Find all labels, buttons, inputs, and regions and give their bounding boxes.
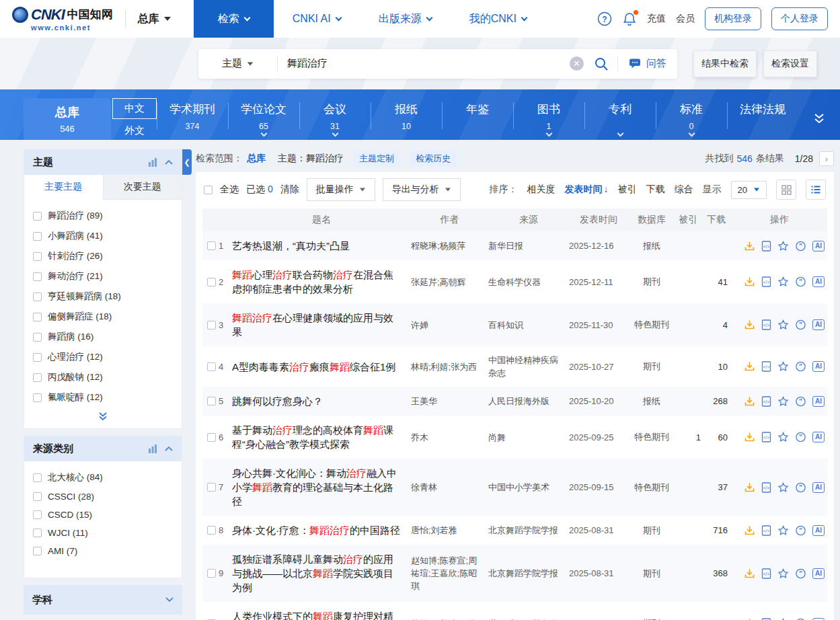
result-source[interactable]: 百科知识 <box>488 319 569 332</box>
ai-assistant-icon[interactable]: AI <box>812 276 825 287</box>
column-cited[interactable]: 被引 <box>675 214 701 226</box>
checkbox[interactable] <box>33 473 42 482</box>
result-source[interactable]: 人民日报海外版 <box>488 395 569 408</box>
row-checkbox[interactable] <box>207 569 216 578</box>
filter-checkbox-item[interactable]: CSCD (15) <box>33 506 173 524</box>
column-title[interactable]: 题名 <box>232 214 411 226</box>
database-tab[interactable]: 报纸 10 <box>371 98 442 136</box>
clear-search-icon[interactable]: ✕ <box>570 56 584 71</box>
nav-search[interactable]: 检索 <box>194 0 274 38</box>
clear-selection-button[interactable]: 清除 <box>280 184 299 196</box>
result-source[interactable]: 中国中小学美术 <box>488 481 569 494</box>
html-read-icon[interactable]: </> <box>761 361 771 372</box>
ai-assistant-icon[interactable]: AI <box>812 568 825 579</box>
row-checkbox[interactable] <box>207 483 216 492</box>
result-authors[interactable]: 许婵 <box>411 319 488 332</box>
org-login-button[interactable]: 机构登录 <box>705 7 761 30</box>
database-tab[interactable]: 法律法规 <box>727 98 798 136</box>
member-link[interactable]: 会员 <box>676 13 695 25</box>
result-title-link[interactable]: 基于舞动治疗理念的高校体育舞蹈课程“身心融合”教学模式探索 <box>232 423 411 451</box>
notification-bell-icon[interactable] <box>622 11 637 26</box>
favorite-star-icon[interactable] <box>777 319 789 330</box>
cite-quote-icon[interactable]: ” <box>795 276 806 287</box>
result-title-link[interactable]: 身心共舞·文化润心：舞动治疗融入中小学舞蹈教育的理论基础与本土化路径 <box>232 466 411 508</box>
result-title-link[interactable]: 人类作业模式下的舞蹈康复护理对精神分裂症患者睡眠质量的影响 <box>232 609 411 620</box>
sort-option[interactable]: 综合 <box>675 184 693 196</box>
download-icon[interactable] <box>744 568 755 579</box>
result-authors[interactable]: 张延芹;高朝辉 <box>411 276 488 288</box>
cite-quote-icon[interactable]: ” <box>795 319 806 330</box>
favorite-star-icon[interactable] <box>777 482 789 493</box>
sidebar-collapse-handle[interactable]: ❮ <box>182 149 192 175</box>
column-author[interactable]: 作者 <box>411 214 488 226</box>
filter-checkbox-item[interactable]: 针刺治疗 (26) <box>33 246 173 266</box>
checkbox[interactable] <box>33 510 42 519</box>
row-checkbox[interactable] <box>207 241 216 250</box>
checkbox[interactable] <box>33 529 42 537</box>
database-tab[interactable]: 图书 1 <box>513 98 584 136</box>
select-all-label[interactable]: 全选 <box>220 184 239 196</box>
source-category-header[interactable]: 来源类别 <box>24 436 182 461</box>
download-icon[interactable] <box>744 396 755 407</box>
ai-assistant-icon[interactable]: AI <box>812 482 825 493</box>
html-read-icon[interactable]: </> <box>761 525 771 536</box>
tab-zongku[interactable]: 总库 546 <box>24 98 111 140</box>
result-source[interactable]: 北京舞蹈学院学报 <box>488 524 569 537</box>
sort-option[interactable]: 下载 <box>646 184 665 196</box>
filter-checkbox-item[interactable]: 偏侧舞蹈症 (18) <box>33 307 173 327</box>
row-checkbox[interactable] <box>207 321 216 330</box>
grid-view-button[interactable] <box>776 180 796 200</box>
result-source[interactable]: 北京舞蹈学院学报 <box>488 567 569 580</box>
row-checkbox[interactable] <box>207 278 216 286</box>
lang-chinese[interactable]: 中文 <box>112 98 157 119</box>
filter-checkbox-item[interactable]: 舞蹈治疗 (89) <box>33 206 173 226</box>
bar-chart-icon[interactable] <box>148 158 157 167</box>
column-source[interactable]: 来源 <box>488 214 569 226</box>
tab-primary-topic[interactable]: 主要主题 <box>24 175 103 200</box>
ai-assistant-icon[interactable]: AI <box>812 241 825 251</box>
chevron-down-icon[interactable] <box>165 597 174 603</box>
recharge-link[interactable]: 充值 <box>647 13 666 25</box>
checkbox[interactable] <box>33 313 42 321</box>
sort-option[interactable]: 被引 <box>618 184 637 196</box>
result-authors[interactable]: 赵知博;陈赛宣;周祐瑄;王嘉欣;陈昭琪 <box>411 554 488 592</box>
cite-quote-icon[interactable]: ” <box>795 525 806 536</box>
filter-checkbox-item[interactable]: AMI (7) <box>33 542 173 560</box>
cite-quote-icon[interactable]: ” <box>795 482 806 493</box>
download-icon[interactable] <box>744 276 755 287</box>
next-page-button[interactable]: › <box>819 151 834 166</box>
checkbox[interactable] <box>33 272 42 281</box>
html-read-icon[interactable]: </> <box>761 396 771 407</box>
qa-button[interactable]: 问答 <box>618 57 677 70</box>
tab-secondary-topic[interactable]: 次要主题 <box>103 175 182 200</box>
more-databases-button[interactable] <box>798 98 840 140</box>
batch-actions-button[interactable]: 批量操作 <box>307 178 375 201</box>
database-switch-dropdown[interactable]: 总库 <box>138 12 171 26</box>
database-tab[interactable]: 年鉴 <box>442 98 513 136</box>
result-authors[interactable]: 程晓琳;杨频萍 <box>411 239 488 252</box>
html-read-icon[interactable]: </> <box>761 319 771 330</box>
chevron-up-icon[interactable] <box>165 159 173 165</box>
nav-cnki-ai[interactable]: CNKI AI <box>274 0 360 38</box>
search-field-dropdown[interactable]: 主题 <box>198 56 278 72</box>
search-icon[interactable] <box>593 56 609 72</box>
scope-value[interactable]: 总库 <box>247 153 266 165</box>
html-read-icon[interactable]: </> <box>761 241 771 251</box>
favorite-star-icon[interactable] <box>777 241 789 251</box>
result-title-link[interactable]: 身体·文化·疗愈：舞蹈治疗的中国路径 <box>232 523 411 537</box>
filter-checkbox-item[interactable]: WJCI (11) <box>33 524 173 542</box>
sort-option[interactable]: 发表时间↓ <box>565 184 609 196</box>
expand-more-topics[interactable] <box>24 409 182 428</box>
search-history-button[interactable]: 检索历史 <box>410 150 457 167</box>
checkbox[interactable] <box>33 252 42 261</box>
download-icon[interactable] <box>744 241 755 251</box>
checkbox[interactable] <box>33 393 42 402</box>
result-authors[interactable]: 乔木 <box>411 431 488 444</box>
ai-assistant-icon[interactable]: AI <box>812 319 825 330</box>
result-source[interactable]: 中国神经精神疾病杂志 <box>488 354 569 379</box>
list-view-button[interactable] <box>806 180 826 200</box>
download-icon[interactable] <box>744 361 755 372</box>
download-icon[interactable] <box>744 482 755 493</box>
database-tab[interactable]: 标准 0 <box>656 98 727 136</box>
checkbox[interactable] <box>33 492 42 501</box>
